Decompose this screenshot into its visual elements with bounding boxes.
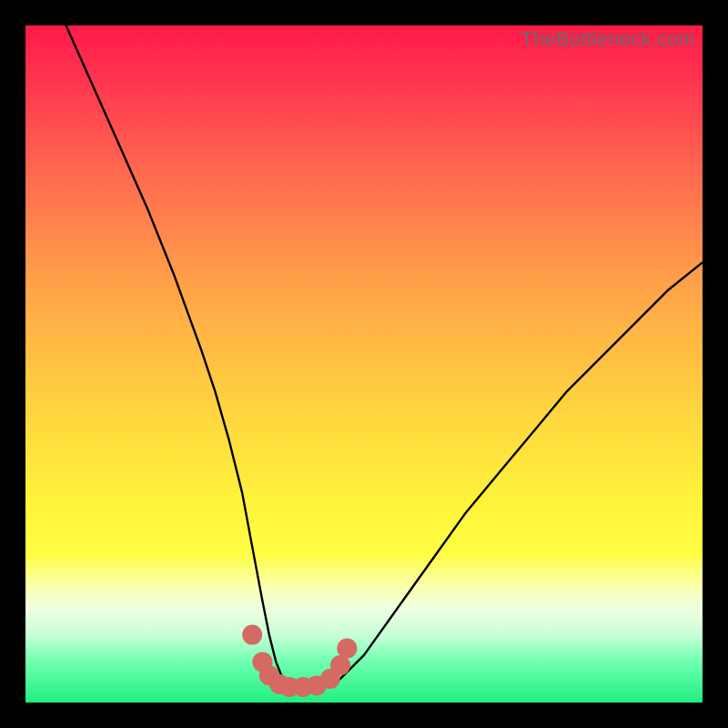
- plot-area: TheBottleneck.com: [25, 25, 703, 703]
- marker-dot: [337, 639, 357, 659]
- chart-frame: TheBottleneck.com: [0, 0, 728, 728]
- bottleneck-curve: [66, 25, 703, 688]
- marker-dot: [242, 625, 262, 645]
- marker-ring: [242, 625, 357, 697]
- curve-layer: [25, 25, 703, 703]
